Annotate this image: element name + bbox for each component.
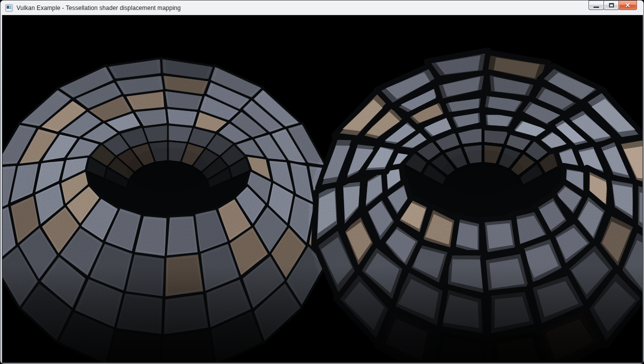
titlebar[interactable]: Vulkan Example - Tessellation shader dis… (0, 0, 644, 15)
maximize-button[interactable] (604, 0, 619, 10)
vulkan-scene (2, 16, 642, 362)
maximize-icon (609, 3, 614, 8)
app-window: Vulkan Example - Tessellation shader dis… (0, 0, 644, 364)
minimize-icon (594, 6, 599, 8)
window-title: Vulkan Example - Tessellation shader dis… (16, 4, 181, 12)
minimize-button[interactable] (588, 0, 604, 10)
render-viewport[interactable] (2, 16, 642, 362)
app-icon[interactable] (5, 4, 13, 12)
close-icon: ✕ (625, 2, 630, 8)
close-button[interactable]: ✕ (618, 0, 637, 10)
window-controls: ✕ (589, 0, 637, 10)
